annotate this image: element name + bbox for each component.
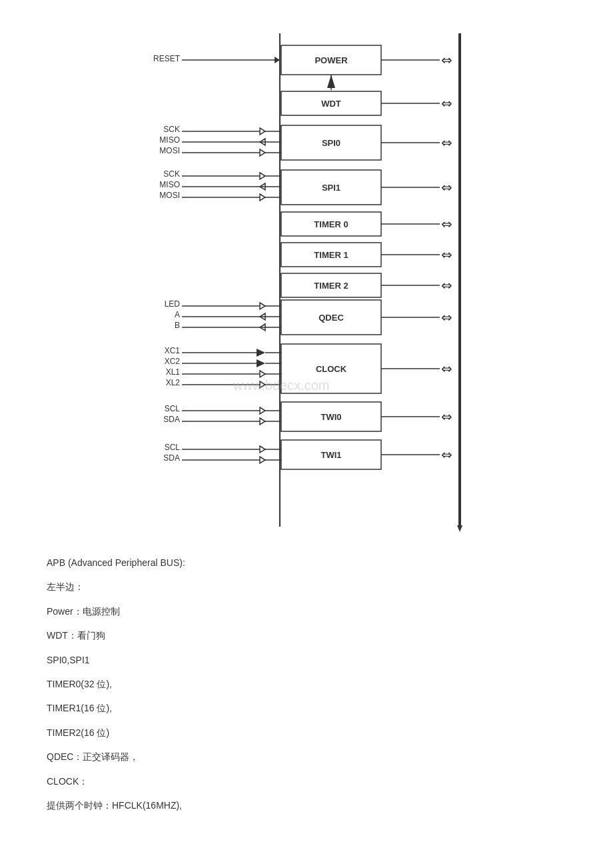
svg-marker-57 [260,371,265,377]
svg-marker-8 [327,75,335,88]
timer1-label: TIMER 1 [314,250,348,260]
wdt-desc: WDT：看门狗 [47,628,573,643]
clock-detail: 提供两个时钟：HFCLK(16MHZ), [47,798,573,813]
clock-label: CLOCK [316,364,347,374]
spi0-bus-arrow: ⇔ [441,135,452,150]
timer1-desc: TIMER1(16 位), [47,701,573,715]
block-diagram: RESET POWER ⇔ WDT ⇔ SCK MISO MOSI SPI [113,27,500,533]
qdec-label: QDEC [318,313,344,323]
left-half: 左半边： [47,579,573,594]
svg-marker-68 [260,418,265,425]
svg-marker-1 [457,525,462,532]
scl0-label: SCL [165,404,181,413]
svg-marker-40 [260,303,265,309]
xl1-label: XL1 [166,367,181,377]
svg-marker-4 [275,57,280,63]
svg-marker-73 [260,446,265,453]
twi0-bus-arrow: ⇔ [441,409,452,424]
qdec-bus-arrow: ⇔ [441,310,452,325]
apb-title: APB (Advanced Peripheral BUS): [47,555,573,570]
sda1-label: SDA [163,453,180,463]
power-label: POWER [314,55,348,65]
watermark: www.bdecx.com [233,378,330,393]
spi1-bus-arrow: ⇔ [441,180,452,195]
a-label: A [175,310,180,319]
mosi1-label: MOSI [159,191,180,200]
xc2-label: XC2 [165,357,181,366]
twi1-label: TWI1 [320,450,341,460]
timer0-label: TIMER 0 [314,219,348,229]
spi1-label: SPI1 [322,183,340,193]
svg-marker-29 [260,194,265,201]
sda0-label: SDA [163,415,180,424]
diagram-container: RESET POWER ⇔ WDT ⇔ SCK MISO MOSI SPI [113,27,500,535]
timer1-bus-arrow: ⇔ [441,247,452,262]
twi0-label: TWI0 [320,412,341,422]
svg-marker-23 [260,173,265,179]
svg-marker-54 [257,359,265,367]
timer2-label: TIMER 2 [314,281,348,291]
timer2-bus-arrow: ⇔ [441,278,452,293]
power-bus-arrow: ⇔ [441,53,452,67]
scl1-label: SCL [165,443,181,452]
xl2-label: XL2 [166,378,181,387]
xc1-label: XC1 [165,346,181,355]
timer2-desc: TIMER2(16 位) [47,725,573,740]
reset-label: RESET [153,54,181,63]
spi0-label: SPI0 [322,138,340,148]
wdt-label: WDT [321,99,341,109]
spi-desc: SPI0,SPI1 [47,653,573,667]
miso0-label: MISO [159,135,180,145]
wdt-bus-arrow: ⇔ [441,96,452,111]
power-desc: Power：电源控制 [47,604,573,619]
text-content: APB (Advanced Peripheral BUS): 左半边： Powe… [40,555,573,813]
led-label: LED [165,299,181,309]
clock-desc: CLOCK： [47,774,573,789]
qdec-desc: QDEC：正交译码器， [47,749,573,764]
timer0-desc: TIMER0(32 位), [47,677,573,691]
clock-bus-arrow: ⇔ [441,361,452,376]
svg-marker-51 [257,349,265,357]
sck1-label: SCK [163,169,180,179]
svg-marker-76 [260,457,265,463]
mosi0-label: MOSI [159,146,180,155]
timer0-bus-arrow: ⇔ [441,217,452,231]
b-label: B [175,321,180,330]
miso1-label: MISO [159,180,180,189]
twi1-bus-arrow: ⇔ [441,447,452,462]
svg-marker-18 [260,149,265,156]
svg-marker-65 [260,407,265,414]
sck0-label: SCK [163,125,180,134]
svg-marker-12 [260,128,265,135]
